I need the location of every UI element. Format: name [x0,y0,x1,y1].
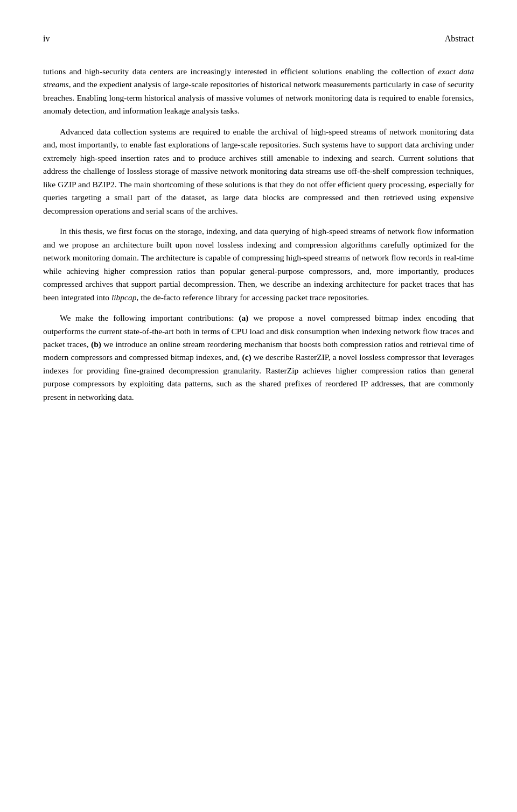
page-title: Abstract [445,32,474,46]
page-number: iv [43,32,50,46]
page-header: iv Abstract [43,32,474,46]
bold-text: (a) [239,313,248,322]
paragraph-p1: tutions and high-security data centers a… [43,65,474,118]
italic-text: exact data streams [43,67,474,89]
bold-text: (c) [242,352,251,362]
main-content: tutions and high-security data centers a… [43,65,474,404]
bold-text: (b) [91,340,101,349]
paragraph-p3: In this thesis, we first focus on the st… [43,225,474,304]
page: iv Abstract tutions and high-security da… [0,0,517,812]
italic-text: libpcap [111,293,137,302]
paragraph-p2: Advanced data collection systems are req… [43,125,474,217]
paragraph-p4: We make the following important contribu… [43,312,474,404]
